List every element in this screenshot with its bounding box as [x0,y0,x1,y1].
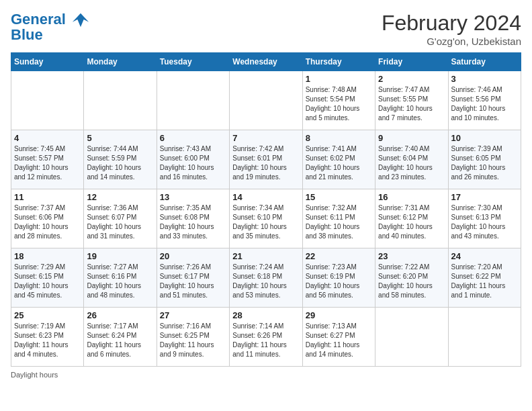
calendar-cell: 5Sunrise: 7:44 AM Sunset: 5:59 PM Daylig… [84,130,157,189]
calendar-cell: 15Sunrise: 7:32 AM Sunset: 6:11 PM Dayli… [302,189,375,248]
day-number: 2 [378,74,445,84]
svg-marker-0 [73,13,89,28]
calendar-cell: 9Sunrise: 7:40 AM Sunset: 6:04 PM Daylig… [375,130,448,189]
calendar-cell: 4Sunrise: 7:45 AM Sunset: 5:57 PM Daylig… [11,130,84,189]
calendar-day-header: Monday [84,53,157,71]
calendar-cell [157,71,229,130]
day-number: 21 [232,251,299,261]
day-info: Sunrise: 7:32 AM Sunset: 6:11 PM Dayligh… [306,203,372,241]
calendar-week-row: 11Sunrise: 7:37 AM Sunset: 6:06 PM Dayli… [11,189,521,248]
day-info: Sunrise: 7:39 AM Sunset: 6:05 PM Dayligh… [451,144,518,182]
title-block: February 2024 G'ozg'on, Uzbekistan [382,11,521,47]
calendar-cell: 10Sunrise: 7:39 AM Sunset: 6:05 PM Dayli… [448,130,521,189]
day-info: Sunrise: 7:23 AM Sunset: 6:19 PM Dayligh… [306,263,372,300]
calendar-day-header: Tuesday [157,53,229,71]
day-info: Sunrise: 7:20 AM Sunset: 6:22 PM Dayligh… [451,263,518,300]
calendar-cell: 16Sunrise: 7:31 AM Sunset: 6:12 PM Dayli… [375,189,448,248]
day-number: 3 [451,74,518,84]
calendar-cell: 24Sunrise: 7:20 AM Sunset: 6:22 PM Dayli… [448,248,521,308]
day-info: Sunrise: 7:31 AM Sunset: 6:12 PM Dayligh… [378,203,445,241]
day-info: Sunrise: 7:30 AM Sunset: 6:13 PM Dayligh… [451,203,518,241]
day-info: Sunrise: 7:19 AM Sunset: 6:23 PM Dayligh… [14,322,81,359]
month-title: February 2024 [382,11,521,36]
calendar-cell: 25Sunrise: 7:19 AM Sunset: 6:23 PM Dayli… [11,308,84,367]
day-number: 28 [232,310,299,320]
day-info: Sunrise: 7:29 AM Sunset: 6:15 PM Dayligh… [14,263,81,300]
calendar-cell: 8Sunrise: 7:41 AM Sunset: 6:02 PM Daylig… [302,130,375,189]
day-number: 1 [306,74,372,84]
footer-note: Daylight hours [11,371,521,379]
calendar-cell: 21Sunrise: 7:24 AM Sunset: 6:18 PM Dayli… [230,248,302,308]
day-number: 6 [160,133,226,143]
calendar-day-header: Thursday [302,53,375,71]
day-number: 20 [160,251,226,261]
day-info: Sunrise: 7:17 AM Sunset: 6:24 PM Dayligh… [87,322,153,359]
day-number: 9 [378,133,445,143]
calendar-cell: 7Sunrise: 7:42 AM Sunset: 6:01 PM Daylig… [230,130,302,189]
calendar-cell: 19Sunrise: 7:27 AM Sunset: 6:16 PM Dayli… [84,248,157,308]
day-number: 17 [451,192,518,202]
day-info: Sunrise: 7:42 AM Sunset: 6:01 PM Dayligh… [232,144,299,182]
calendar-day-header: Sunday [11,53,84,71]
calendar-day-header: Friday [375,53,448,71]
calendar-cell: 20Sunrise: 7:26 AM Sunset: 6:17 PM Dayli… [157,248,229,308]
day-info: Sunrise: 7:40 AM Sunset: 6:04 PM Dayligh… [378,144,445,182]
day-number: 26 [87,310,153,320]
day-number: 25 [14,310,81,320]
calendar-cell: 17Sunrise: 7:30 AM Sunset: 6:13 PM Dayli… [448,189,521,248]
day-number: 18 [14,251,81,261]
calendar-cell: 13Sunrise: 7:35 AM Sunset: 6:08 PM Dayli… [157,189,229,248]
calendar-cell [448,308,521,367]
calendar-cell: 12Sunrise: 7:36 AM Sunset: 6:07 PM Dayli… [84,189,157,248]
day-number: 14 [232,192,299,202]
calendar-week-row: 18Sunrise: 7:29 AM Sunset: 6:15 PM Dayli… [11,248,521,308]
day-info: Sunrise: 7:45 AM Sunset: 5:57 PM Dayligh… [14,144,81,182]
day-number: 22 [306,251,372,261]
day-number: 27 [160,310,226,320]
calendar-cell [375,308,448,367]
day-number: 23 [378,251,445,261]
day-number: 13 [160,192,226,202]
calendar-cell: 11Sunrise: 7:37 AM Sunset: 6:06 PM Dayli… [11,189,84,248]
day-number: 16 [378,192,445,202]
calendar-cell: 3Sunrise: 7:46 AM Sunset: 5:56 PM Daylig… [448,71,521,130]
location-subtitle: G'ozg'on, Uzbekistan [382,36,521,47]
calendar-cell: 26Sunrise: 7:17 AM Sunset: 6:24 PM Dayli… [84,308,157,367]
calendar-cell: 1Sunrise: 7:48 AM Sunset: 5:54 PM Daylig… [302,71,375,130]
calendar-cell: 2Sunrise: 7:47 AM Sunset: 5:55 PM Daylig… [375,71,448,130]
calendar-cell [230,71,302,130]
day-info: Sunrise: 7:27 AM Sunset: 6:16 PM Dayligh… [87,263,153,300]
day-number: 29 [306,310,372,320]
day-info: Sunrise: 7:37 AM Sunset: 6:06 PM Dayligh… [14,203,81,241]
day-info: Sunrise: 7:43 AM Sunset: 6:00 PM Dayligh… [160,144,226,182]
logo-line1: General [11,11,66,28]
calendar-cell: 14Sunrise: 7:34 AM Sunset: 6:10 PM Dayli… [230,189,302,248]
day-info: Sunrise: 7:16 AM Sunset: 6:25 PM Dayligh… [160,322,226,359]
day-info: Sunrise: 7:26 AM Sunset: 6:17 PM Dayligh… [160,263,226,300]
day-number: 11 [14,192,81,202]
calendar-week-row: 25Sunrise: 7:19 AM Sunset: 6:23 PM Dayli… [11,308,521,367]
day-info: Sunrise: 7:24 AM Sunset: 6:18 PM Dayligh… [232,263,299,300]
day-number: 15 [306,192,372,202]
day-info: Sunrise: 7:44 AM Sunset: 5:59 PM Dayligh… [87,144,153,182]
calendar-day-header: Saturday [448,53,521,71]
day-info: Sunrise: 7:41 AM Sunset: 6:02 PM Dayligh… [306,144,372,182]
day-info: Sunrise: 7:46 AM Sunset: 5:56 PM Dayligh… [451,85,518,123]
day-number: 5 [87,133,153,143]
calendar-table: SundayMondayTuesdayWednesdayThursdayFrid… [11,52,521,367]
day-number: 12 [87,192,153,202]
calendar-cell: 6Sunrise: 7:43 AM Sunset: 6:00 PM Daylig… [157,130,229,189]
day-info: Sunrise: 7:34 AM Sunset: 6:10 PM Dayligh… [232,203,299,241]
day-info: Sunrise: 7:48 AM Sunset: 5:54 PM Dayligh… [306,85,372,123]
calendar-week-row: 4Sunrise: 7:45 AM Sunset: 5:57 PM Daylig… [11,130,521,189]
calendar-week-row: 1Sunrise: 7:48 AM Sunset: 5:54 PM Daylig… [11,71,521,130]
calendar-cell [11,71,84,130]
day-info: Sunrise: 7:22 AM Sunset: 6:20 PM Dayligh… [378,263,445,300]
calendar-cell: 18Sunrise: 7:29 AM Sunset: 6:15 PM Dayli… [11,248,84,308]
logo-bird-icon [71,11,90,30]
day-info: Sunrise: 7:35 AM Sunset: 6:08 PM Dayligh… [160,203,226,241]
calendar-cell: 22Sunrise: 7:23 AM Sunset: 6:19 PM Dayli… [302,248,375,308]
calendar-cell: 23Sunrise: 7:22 AM Sunset: 6:20 PM Dayli… [375,248,448,308]
day-info: Sunrise: 7:47 AM Sunset: 5:55 PM Dayligh… [378,85,445,123]
logo: General Blue [11,11,90,43]
